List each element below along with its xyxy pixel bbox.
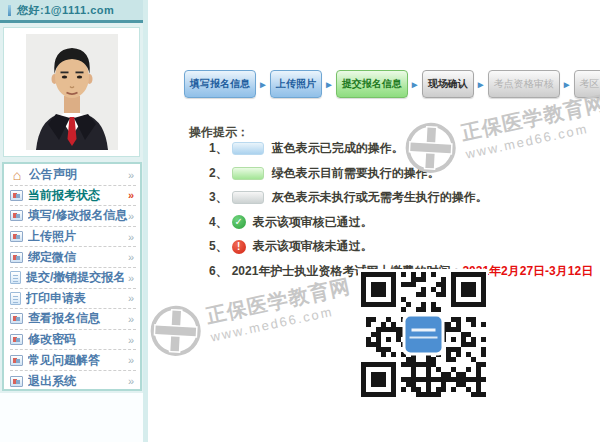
sidebar-item-upload-photo[interactable]: 上传照片 » — [10, 227, 136, 248]
sidebar-item-logout[interactable]: 退出系统 » — [10, 371, 136, 392]
step-district-review: 考区资格审核 — [574, 70, 600, 98]
watermark-url: www.med66.com — [209, 299, 356, 344]
menu-label: 常见问题解答 — [28, 352, 128, 369]
check-circle-icon: ✓ — [232, 215, 246, 229]
chevron-right-icon: » — [128, 189, 136, 201]
sidebar-item-edit-info[interactable]: 填写/修改报名信息 » — [10, 206, 136, 227]
card-icon — [10, 334, 23, 345]
tips-heading: 操作提示： — [189, 124, 249, 141]
step-arrow-icon: ► — [410, 79, 420, 90]
menu-label: 上传照片 — [28, 228, 128, 245]
step-onsite-confirm: 现场确认 — [422, 70, 474, 98]
sidebar-item-change-password[interactable]: 修改密码 » — [10, 330, 136, 351]
blue-swatch-icon — [232, 142, 264, 155]
sidebar-item-submit-registration[interactable]: 提交/撤销提交报名 » — [10, 268, 136, 289]
sidebar-item-faq[interactable]: 常见问题解答 » — [10, 350, 136, 371]
tips-list: 1、 蓝色表示已完成的操作。 2、 绿色表示目前需要执行的操作。 3、 灰色表示… — [209, 140, 593, 288]
menu-label: 提交/撤销提交报名 — [26, 269, 128, 286]
chevron-right-icon: » — [128, 313, 136, 325]
sidebar-edge-divider — [143, 0, 148, 442]
tip-item: 3、 灰色表示未执行或无需考生执行的操作。 — [209, 189, 593, 206]
menu-label: 修改密码 — [28, 331, 128, 348]
step-fill-info: 填写报名信息 — [184, 70, 256, 98]
sidebar-item-bind-wechat[interactable]: 绑定微信 » — [10, 247, 136, 268]
tip-number: 5、 — [209, 238, 228, 255]
menu-label: 查看报名信息 — [28, 310, 128, 327]
chevron-right-icon: » — [128, 292, 136, 304]
sidebar: 您好:1@1111.com — [0, 0, 148, 442]
greeting-bar-icon — [8, 5, 11, 16]
chevron-right-icon: » — [128, 375, 136, 387]
step-arrow-icon: ► — [562, 79, 572, 90]
step-upload-photo: 上传照片 — [270, 70, 322, 98]
tip-item: 5、 ! 表示该项审核未通过。 — [209, 238, 593, 255]
applicant-photo-panel — [3, 27, 140, 157]
tip-item: 4、 ✓ 表示该项审核已通过。 — [209, 214, 593, 231]
chevron-right-icon: » — [128, 231, 136, 243]
gray-swatch-icon — [232, 191, 264, 204]
step-arrow-icon: ► — [476, 79, 486, 90]
chevron-right-icon: » — [128, 251, 136, 263]
tip-text: 灰色表示未执行或无需考生执行的操作。 — [272, 189, 488, 206]
applicant-photo — [26, 34, 118, 150]
tip-number: 3、 — [209, 189, 228, 206]
document-icon — [10, 292, 21, 305]
sidebar-item-current-status[interactable]: 当前报考状态 » — [10, 186, 136, 207]
green-swatch-icon — [232, 167, 264, 180]
sidebar-item-print-form[interactable]: 打印申请表 » — [10, 289, 136, 310]
chevron-right-icon: » — [128, 169, 136, 181]
greeting-text: 您好:1@1111.com — [17, 3, 114, 18]
home-icon: ⌂ — [10, 169, 24, 181]
greeting-bar: 您好:1@1111.com — [0, 0, 143, 23]
menu-label: 当前报考状态 — [28, 187, 128, 204]
chevron-right-icon: » — [128, 334, 136, 346]
card-icon — [10, 252, 23, 263]
tip-text: 表示该项审核未通过。 — [253, 238, 373, 255]
registration-status-page: 您好:1@1111.com — [0, 0, 600, 442]
card-icon — [10, 355, 23, 366]
chevron-right-icon: » — [128, 354, 136, 366]
step-arrow-icon: ► — [324, 79, 334, 90]
menu-label: 绑定微信 — [28, 249, 128, 266]
med66-cross-logo-icon — [144, 299, 208, 363]
menu-label: 公告声明 — [29, 166, 128, 183]
step-arrow-icon: ► — [258, 79, 268, 90]
tip-text: 表示该项审核已通过。 — [253, 214, 373, 231]
card-icon — [10, 376, 23, 387]
sidebar-item-view-info[interactable]: 查看报名信息 » — [10, 309, 136, 330]
chevron-right-icon: » — [128, 272, 136, 284]
sidebar-menu: ⌂ 公告声明 » 当前报考状态 » 填写/修改报名信息 » 上传照片 — [2, 162, 142, 391]
menu-label: 退出系统 — [28, 373, 128, 390]
tip-text: 绿色表示目前需要执行的操作。 — [272, 165, 440, 182]
card-icon — [10, 210, 23, 221]
card-icon — [10, 231, 23, 242]
document-icon — [10, 271, 21, 284]
tip-number: 4、 — [209, 214, 228, 231]
tip-item: 2、 绿色表示目前需要执行的操作。 — [209, 165, 593, 182]
fail-circle-icon: ! — [232, 240, 246, 254]
card-icon — [10, 313, 23, 324]
wechat-qr-code — [358, 269, 488, 399]
progress-steps: 填写报名信息 ► 上传照片 ► 提交报名信息 ► 现场确认 ► 考点资格审核 ►… — [184, 70, 598, 98]
tip-text: 蓝色表示已完成的操作。 — [272, 140, 404, 157]
chevron-right-icon: » — [128, 210, 136, 222]
tip-number: 1、 — [209, 140, 228, 157]
tip-number: 6、 — [209, 263, 228, 280]
watermark-brand: 正保医学教育网 — [459, 90, 600, 147]
tip-item: 1、 蓝色表示已完成的操作。 — [209, 140, 593, 157]
sidebar-bottom-spacer — [0, 393, 143, 442]
card-icon — [10, 190, 23, 201]
step-site-review: 考点资格审核 — [488, 70, 560, 98]
sidebar-item-announcement[interactable]: ⌂ 公告声明 » — [10, 165, 136, 186]
menu-label: 打印申请表 — [26, 290, 128, 307]
step-submit-info: 提交报名信息 — [336, 70, 408, 98]
tip-number: 2、 — [209, 165, 228, 182]
menu-label: 填写/修改报名信息 — [28, 207, 128, 224]
